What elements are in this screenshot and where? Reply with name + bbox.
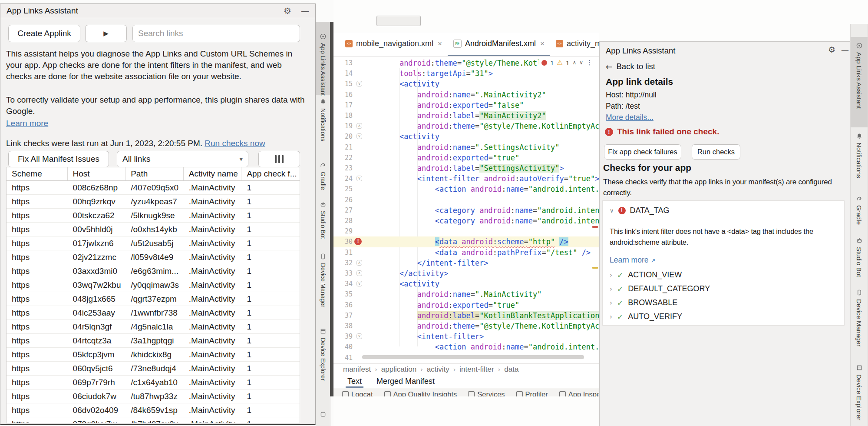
fix-app-check-failures-button[interactable]: Fix app check failures <box>604 144 681 160</box>
breadcrumb-item-application[interactable]: application <box>381 365 416 374</box>
tool-stripe-tab-app-links-assistant[interactable]: App Links Assistant <box>316 33 330 96</box>
bottom-tool-app-inspection[interactable]: App Inspection <box>559 390 599 396</box>
window-title-bar[interactable]: App Links Assistant ⚙ — <box>0 4 315 18</box>
code-line-20[interactable]: 20∨ <activity <box>333 131 599 142</box>
editor-tab-mobile_navigation-xml[interactable]: <>mobile_navigation.xml× <box>340 33 448 56</box>
code-line-33[interactable]: 33∧ </activity> <box>333 268 599 279</box>
table-row[interactable]: https00v5hhld0j/o0xhs14ykb.MainActivity1 <box>7 223 300 236</box>
error-stripe-mark[interactable] <box>592 226 598 228</box>
code-line-39[interactable]: 39∨ <intent-filter> <box>333 331 599 342</box>
table-row[interactable]: https00tskcza62/5lknugk9se.MainActivity1 <box>7 209 300 223</box>
check-action_view[interactable]: ›✓ACTION_VIEW <box>610 270 682 280</box>
table-row[interactable]: https04ic253aay/1wwnfbr738.MainActivity1 <box>7 306 300 320</box>
code-line-36[interactable]: 36 android:exported="true" <box>333 300 599 310</box>
bottom-tool-services[interactable]: Services <box>468 390 505 396</box>
code-line-16[interactable]: 16 android:name=".MainActivity2" <box>333 90 599 100</box>
code-line-35[interactable]: 35 android:name=".MainActivity" <box>333 289 599 300</box>
fold-open-icon[interactable]: ∨ <box>356 333 362 339</box>
column-header[interactable]: App check f... <box>241 167 300 180</box>
close-tab-icon[interactable]: × <box>438 40 442 48</box>
check-auto_verify[interactable]: ›✓AUTO_VERIFY <box>610 312 682 321</box>
bottom-tool-profiler[interactable]: Profiler <box>516 390 548 396</box>
chevron-right-icon[interactable]: › <box>610 271 612 279</box>
create-applink-button[interactable]: Create Applink <box>8 25 80 42</box>
table-row[interactable]: https03wq7w2kbu/y0qqimaw3s.MainActivity1 <box>7 278 300 292</box>
chevron-right-icon[interactable]: › <box>610 299 612 307</box>
run-checks-button[interactable]: Run checks <box>692 144 740 160</box>
code-line-37[interactable]: 37 android:label="KotlinBlankTestApplica… <box>333 310 599 321</box>
tool-stripe-tab-device-explorer[interactable]: Device Explorer <box>851 364 868 420</box>
tool-stripe-tab-studio-bot[interactable]: Studio Bot <box>316 201 330 239</box>
tab-text[interactable]: Text <box>347 375 362 388</box>
editor-tab-androidmanifest-xml[interactable]: MFAndroidManifest.xml× <box>448 33 550 56</box>
code-editor[interactable]: 13 android:theme="@style/Theme.KotlinEmp… <box>333 57 599 363</box>
fold-open-icon[interactable]: ∨ <box>356 281 362 286</box>
code-line-24[interactable]: 24∨ <intent-filter android:autoVerify="t… <box>333 173 599 184</box>
next-issue-icon[interactable]: ∨ <box>579 60 583 66</box>
code-line-32[interactable]: 32∧ </intent-filter> <box>333 258 599 268</box>
code-line-23[interactable]: 23 android:label="SettingsActivity"> <box>333 163 599 173</box>
learn-more-link[interactable]: Learn more <box>610 256 649 264</box>
table-row[interactable]: https04r5lqn3gf/4g5nalc1la.MainActivity1 <box>7 320 300 334</box>
code-line-14[interactable]: 14 tools:targetApi="31"> <box>333 68 599 79</box>
tool-stripe-tab-partial[interactable] <box>316 411 330 418</box>
links-filter-dropdown[interactable]: All links ▾ <box>117 151 248 167</box>
table-row[interactable]: https04rtcqtz3a/3a1hgptqgi.MainActivity1 <box>7 334 300 348</box>
table-row[interactable]: https03axxd3mi0/e6g63mim....MainActivity… <box>7 264 300 278</box>
code-line-18[interactable]: 18 android:label="MainActivity2" <box>333 110 599 121</box>
table-row[interactable]: https06ciudok7w/tu87hwp33z.MainActivity1 <box>7 389 300 403</box>
run-button[interactable]: ▶ <box>85 25 127 42</box>
tool-stripe-tab-notifications[interactable]: Notifications <box>851 133 868 178</box>
tool-stripe-tab-notifications[interactable]: Notifications <box>316 98 330 141</box>
bottom-tool-logcat[interactable]: Logcat <box>342 390 373 396</box>
tab-merged-manifest[interactable]: Merged Manifest <box>376 375 435 388</box>
table-row[interactable]: https017jwlxzn6/u5t2usab5j.MainActivity1 <box>7 236 300 250</box>
table-row[interactable]: https048jg1x665/qgrt37ezpm.MainActivity1 <box>7 292 300 306</box>
tool-stripe-tab-app-links-assistant[interactable]: App Links Assistant <box>851 42 868 109</box>
table-row[interactable]: https00hq9zrkqv/yzu4kpeas7.MainActivity1 <box>7 195 300 209</box>
table-row[interactable]: https06dv02o409/84k659v1sp.MainActivity1 <box>7 403 300 417</box>
code-line-15[interactable]: 15∨ <activity <box>333 79 599 89</box>
tool-stripe-tab-device-explorer[interactable]: Device Explorer <box>316 328 330 381</box>
column-header[interactable]: Path <box>125 167 184 180</box>
tool-stripe-tab-device-manager[interactable]: Device Manager <box>316 253 330 307</box>
gear-icon[interactable]: ⚙ <box>284 7 291 15</box>
code-line-28[interactable]: 28 <category android:name="android.inten… <box>333 216 599 226</box>
check-data-tag[interactable]: ∨ ! DATA_TAG <box>610 206 670 215</box>
code-line-31[interactable]: 31 <data android:pathPrefix="/test" /> <box>333 247 599 258</box>
fold-open-icon[interactable]: ∨ <box>356 176 362 181</box>
warning-stripe-mark[interactable] <box>592 267 598 269</box>
configure-columns-button[interactable] <box>258 151 300 167</box>
table-row[interactable]: https060qv5jct6/73ne8udqj4.MainActivity1 <box>7 362 300 376</box>
editor-tab-activity_m[interactable]: <>activity_m <box>550 33 599 56</box>
collapse-chevron-icon[interactable]: ∨ <box>610 207 614 214</box>
breadcrumb-item-data[interactable]: data <box>504 365 518 374</box>
code-line-25[interactable]: 25 <action android:name="android.intent.… <box>333 184 599 194</box>
table-row[interactable]: https008c6z68np/407e09q5x0.MainActivity1 <box>7 181 300 195</box>
column-header[interactable]: Activity name <box>184 167 242 180</box>
fold-close-icon[interactable]: ∧ <box>356 270 362 276</box>
fold-open-icon[interactable]: ∨ <box>356 81 362 87</box>
code-line-19[interactable]: 19∧ android:theme="@style/Theme.KotlinEm… <box>333 121 599 131</box>
fold-close-icon[interactable]: ∧ <box>356 260 362 266</box>
code-line-22[interactable]: 22 android:exported="true" <box>333 153 599 163</box>
code-line-38[interactable]: 38 android:theme="@style/Theme.KotlinEmp… <box>333 321 599 331</box>
code-line-17[interactable]: 17 android:exported="false" <box>333 100 599 110</box>
chevron-right-icon[interactable]: › <box>610 285 612 293</box>
search-input[interactable] <box>132 25 300 42</box>
fix-all-manifest-issues-button[interactable]: Fix All Manifest Issues <box>8 151 109 167</box>
check-default_category[interactable]: ›✓DEFAULT_CATEGORY <box>610 284 710 293</box>
breadcrumb-item-intent-filter[interactable]: intent-filter <box>459 365 494 374</box>
code-line-26[interactable]: 26 <box>333 195 599 205</box>
code-line-21[interactable]: 21 android:name=".SettingsActivity" <box>333 142 599 153</box>
table-row[interactable]: https079g9luv7w/h7bd07ox3y.MainActivity1 <box>7 417 300 423</box>
learn-more-link[interactable]: Learn more <box>6 119 48 128</box>
check-browsable[interactable]: ›✓BROWSABLE <box>610 298 677 307</box>
minimize-icon[interactable]: — <box>841 45 849 54</box>
tool-stripe-tab-gradle[interactable]: Gradle <box>316 162 330 190</box>
chevron-right-icon[interactable]: › <box>610 313 612 321</box>
gear-icon[interactable]: ⚙ <box>828 45 835 54</box>
tool-stripe-tab-device-manager[interactable]: Device Manager <box>851 289 868 346</box>
code-line-30[interactable]: 30! <data android:scheme="http" /> <box>333 236 599 247</box>
close-tab-icon[interactable]: × <box>540 40 545 48</box>
